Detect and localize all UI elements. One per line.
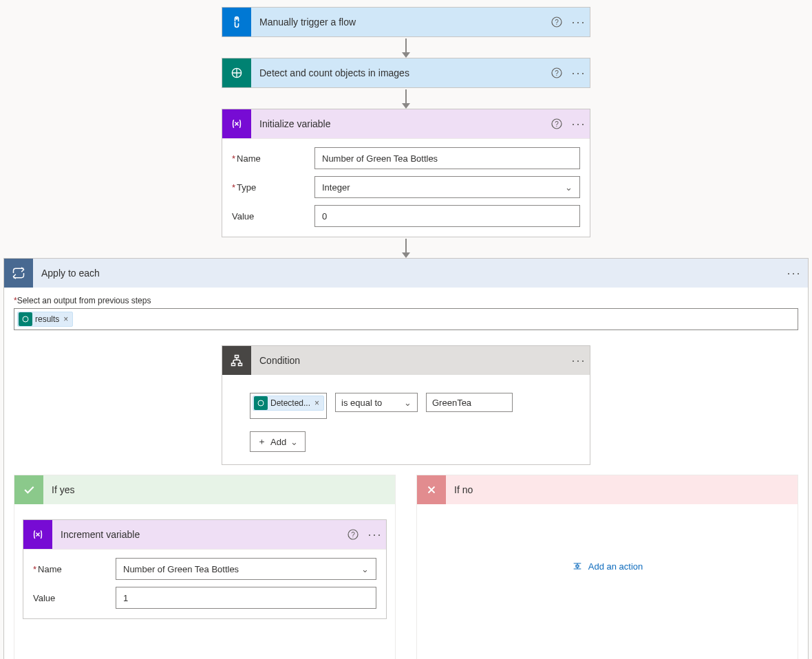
step-title: Manually trigger a flow: [251, 17, 546, 28]
close-icon: [417, 475, 446, 504]
remove-token-icon[interactable]: ×: [310, 398, 323, 408]
value-input[interactable]: [314, 205, 580, 227]
remove-token-icon[interactable]: ×: [59, 314, 72, 324]
svg-text:?: ?: [555, 120, 559, 128]
more-icon[interactable]: ···: [780, 266, 808, 281]
token-detected[interactable]: Detected... ×: [253, 396, 324, 411]
svg-rect-10: [232, 363, 235, 365]
chevron-down-icon: ⌄: [361, 564, 369, 574]
more-icon[interactable]: ···: [364, 528, 386, 542]
step-title: Increment variable: [52, 529, 342, 540]
connector-arrow: [405, 89, 407, 107]
type-label: *Type: [232, 182, 314, 193]
step-trigger[interactable]: Manually trigger a flow ? ···: [222, 7, 590, 37]
token-label: Detected...: [270, 398, 310, 408]
svg-text:?: ?: [555, 69, 559, 77]
loop-icon: [4, 259, 33, 288]
branch-if-yes: If yes Increment variable: [14, 475, 396, 659]
condition-right-input[interactable]: GreenTea: [426, 393, 513, 412]
name-input[interactable]: [314, 147, 580, 169]
condition-icon: [222, 346, 251, 375]
select-output-label: *Select an output from previous steps: [14, 296, 798, 305]
step-increment-variable[interactable]: Increment variable ? ··· *Name: [23, 519, 387, 619]
value-label: Value: [33, 593, 116, 603]
check-icon: [14, 475, 43, 504]
chevron-down-icon: ⌄: [404, 398, 412, 408]
more-icon[interactable]: ···: [568, 354, 590, 368]
select-output-input[interactable]: results ×: [14, 308, 798, 330]
svg-rect-9: [235, 356, 239, 358]
connector-arrow: [405, 39, 407, 56]
help-icon[interactable]: ?: [342, 529, 364, 540]
svg-point-0: [236, 18, 237, 19]
svg-rect-16: [576, 565, 579, 568]
name-select[interactable]: Number of Green Tea Bottles ⌄: [116, 558, 376, 580]
value-label: Value: [232, 211, 314, 222]
condition-left-input[interactable]: Detected... ×: [250, 393, 327, 419]
name-label: *Name: [232, 153, 314, 164]
insert-icon: [572, 561, 583, 572]
ai-builder-icon: [222, 58, 251, 87]
connector-arrow: [405, 239, 407, 257]
value-input[interactable]: [116, 587, 376, 609]
step-condition[interactable]: Condition ··· Detected...: [222, 345, 590, 465]
help-icon[interactable]: ?: [546, 67, 568, 78]
plus-icon: ＋: [257, 435, 266, 448]
add-condition-button[interactable]: ＋ Add ⌄: [250, 431, 306, 452]
help-icon[interactable]: ?: [546, 118, 568, 129]
step-apply-to-each[interactable]: Apply to each ··· *Select an output from…: [3, 258, 809, 659]
type-select[interactable]: Integer ⌄: [314, 176, 580, 198]
variable-icon: [222, 109, 251, 138]
chevron-down-icon: ⌄: [565, 182, 573, 193]
name-label: *Name: [33, 564, 116, 574]
step-initialize-variable[interactable]: Initialize variable ? ··· *Name *Type In…: [222, 109, 590, 237]
ai-builder-icon: [254, 396, 268, 410]
help-icon[interactable]: ?: [546, 17, 568, 28]
step-title: Apply to each: [33, 268, 780, 279]
branch-title: If yes: [43, 484, 74, 495]
svg-text:?: ?: [555, 19, 559, 26]
variable-icon: [23, 520, 52, 549]
more-icon[interactable]: ···: [568, 117, 590, 131]
step-title: Condition: [251, 355, 568, 366]
token-results[interactable]: results ×: [17, 312, 73, 327]
branch-title: If no: [446, 484, 473, 495]
branch-if-no: If no Add an action: [416, 475, 798, 659]
step-title: Detect and count objects in images: [251, 67, 546, 78]
chevron-down-icon: ⌄: [290, 437, 298, 447]
ai-builder-icon: [19, 312, 32, 326]
more-icon[interactable]: ···: [568, 15, 590, 30]
svg-rect-11: [239, 363, 242, 365]
more-icon[interactable]: ···: [568, 66, 590, 80]
svg-point-12: [258, 400, 264, 406]
step-title: Initialize variable: [251, 118, 546, 129]
svg-text:?: ?: [351, 531, 355, 539]
step-detect[interactable]: Detect and count objects in images ? ···: [222, 58, 590, 88]
add-action-button[interactable]: Add an action: [572, 561, 643, 572]
svg-point-8: [23, 316, 28, 322]
touch-icon: [222, 8, 251, 36]
condition-operator-select[interactable]: is equal to ⌄: [335, 393, 418, 412]
token-label: results: [35, 314, 59, 324]
